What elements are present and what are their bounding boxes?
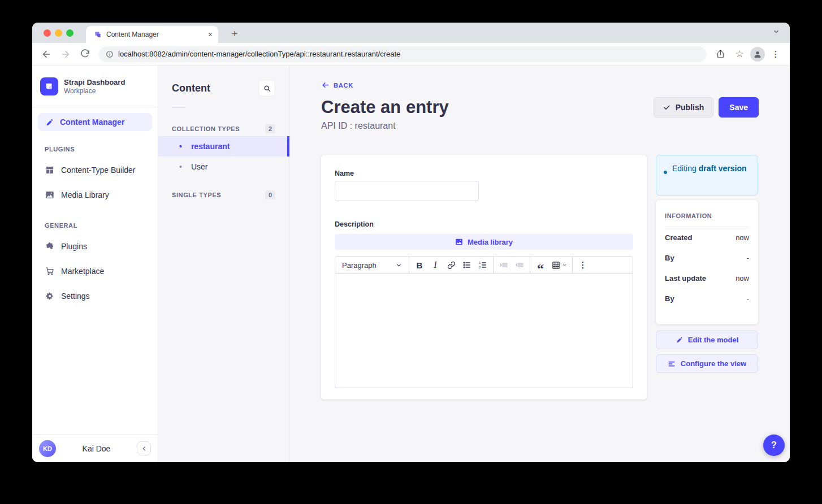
bullet-list-icon[interactable] — [459, 257, 475, 273]
configure-view-button[interactable]: Configure the view — [656, 354, 758, 373]
app-name: Strapi Dashboard — [64, 78, 125, 86]
browser-window: Content Manager × + localhost:8082/admin… — [32, 23, 790, 462]
status-dot-icon — [664, 171, 667, 174]
tab-search-chevron-icon[interactable] — [773, 28, 780, 35]
window-minimize-button[interactable] — [55, 29, 62, 37]
divider — [572, 257, 573, 273]
help-button[interactable]: ? — [763, 435, 785, 456]
tab-title: Content Manager — [106, 31, 204, 38]
workspace-switcher[interactable]: Strapi Dashboard Workplace — [32, 66, 158, 107]
chevron-down-icon — [562, 263, 567, 268]
svg-text:2: 2 — [479, 266, 481, 269]
richtext-toolbar: Paragraph B I 12 — [335, 256, 633, 274]
more-options-kebab-icon[interactable]: ⋮ — [575, 257, 591, 273]
puzzle-icon — [45, 242, 54, 251]
name-field-label: Name — [335, 170, 633, 177]
subnav-item-label: restaurant — [191, 142, 230, 151]
sidebar-footer: KD Kai Doe — [32, 434, 158, 462]
draft-status-box: Editing draft version — [656, 155, 758, 195]
description-field-label: Description — [335, 220, 633, 228]
content-subnav: Content COLLECTION TYPES 2 • restaurant — [158, 66, 289, 462]
plugins-section-header: PLUGINS — [45, 146, 145, 153]
strapi-logo-icon — [40, 77, 58, 95]
sidebar-item-media-library[interactable]: Media Library — [38, 183, 152, 207]
strapi-app: Strapi Dashboard Workplace Content Manag… — [32, 66, 790, 462]
svg-text:1: 1 — [479, 261, 481, 264]
single-types-count-badge: 0 — [265, 190, 275, 199]
bold-button[interactable]: B — [412, 257, 427, 273]
sidebar-item-label: Media Library — [61, 190, 109, 199]
chevron-down-icon — [396, 262, 402, 268]
back-nav-icon[interactable] — [38, 46, 55, 63]
window-close-button[interactable] — [44, 29, 51, 37]
pen-icon — [45, 118, 54, 127]
browser-tab-strip: Content Manager × + — [32, 23, 790, 43]
media-library-icon — [455, 238, 463, 246]
url-bar[interactable]: localhost:8082/admin/content-manager/col… — [99, 46, 706, 62]
sidebar-item-plugins[interactable]: Plugins — [38, 234, 152, 259]
collection-types-header: COLLECTION TYPES 2 — [158, 124, 289, 133]
sidebar-item-marketplace[interactable]: Marketplace — [38, 259, 152, 284]
cart-icon — [45, 267, 54, 276]
table-insert-button[interactable] — [548, 257, 570, 273]
api-id-subtitle: API ID : restaurant — [321, 121, 759, 131]
info-row-updated-by: By- — [665, 288, 749, 309]
publish-button[interactable]: Publish — [654, 97, 714, 118]
outdent-icon — [512, 257, 527, 273]
subnav-item-restaurant[interactable]: • restaurant — [158, 136, 289, 157]
description-editor-area[interactable] — [335, 274, 633, 388]
save-button[interactable]: Save — [719, 97, 759, 118]
reload-icon[interactable] — [76, 46, 93, 63]
pencil-icon — [676, 336, 683, 344]
subnav-item-label: User — [191, 162, 208, 171]
main-sidebar: Strapi Dashboard Workplace Content Manag… — [32, 66, 158, 462]
sidebar-item-content-type-builder[interactable]: Content-Type Builder — [38, 158, 152, 183]
sidebar-collapse-button[interactable] — [137, 441, 151, 455]
general-section-header: GENERAL — [45, 222, 145, 229]
arrow-left-icon — [321, 81, 330, 89]
blockquote-icon[interactable]: “ — [533, 257, 548, 273]
image-icon — [45, 190, 54, 199]
sidebar-item-label: Content-Type Builder — [61, 166, 136, 175]
edit-model-button[interactable]: Edit the model — [656, 331, 758, 349]
sidebar-item-settings[interactable]: Settings — [38, 284, 152, 309]
layout-grid-icon — [45, 166, 54, 175]
user-avatar[interactable]: KD — [39, 440, 56, 457]
back-link[interactable]: BACK — [321, 81, 353, 89]
divider — [530, 257, 530, 273]
search-button[interactable] — [258, 80, 275, 97]
entry-aside: Editing draft version INFORMATION Create… — [656, 155, 758, 399]
single-types-header: SINGLE TYPES 0 — [158, 190, 289, 199]
share-icon[interactable] — [712, 46, 729, 63]
bookmark-star-icon[interactable]: ☆ — [731, 46, 748, 63]
divider — [493, 257, 494, 273]
tab-close-icon[interactable]: × — [208, 31, 213, 38]
subnav-title: Content — [172, 82, 210, 94]
page-title: Create an entry — [321, 97, 449, 118]
user-name: Kai Doe — [56, 444, 137, 453]
media-library-button[interactable]: Media library — [335, 234, 633, 250]
name-input[interactable] — [335, 181, 479, 201]
sidebar-item-content-manager[interactable]: Content Manager — [38, 113, 152, 131]
new-tab-button[interactable]: + — [227, 27, 242, 41]
filter-lines-icon — [668, 360, 676, 368]
forward-nav-icon — [57, 46, 74, 63]
browser-menu-kebab-icon[interactable]: ⋮ — [767, 46, 784, 63]
sidebar-item-label: Marketplace — [61, 267, 104, 276]
link-icon[interactable] — [443, 257, 459, 273]
numbered-list-icon[interactable]: 12 — [475, 257, 491, 273]
info-row-created: Creatednow — [665, 227, 749, 247]
paragraph-style-select[interactable]: Paragraph — [338, 261, 406, 270]
info-row-last-update: Last updatenow — [665, 268, 749, 288]
divider — [409, 257, 409, 273]
site-info-icon[interactable] — [106, 50, 114, 58]
browser-tab[interactable]: Content Manager × — [86, 26, 218, 43]
window-zoom-button[interactable] — [66, 29, 73, 37]
sidebar-item-label: Plugins — [61, 242, 87, 251]
url-text: localhost:8082/admin/content-manager/col… — [118, 50, 400, 58]
browser-profile-avatar[interactable] — [750, 47, 765, 62]
italic-button[interactable]: I — [427, 257, 443, 273]
subnav-item-user[interactable]: • User — [158, 157, 289, 177]
strapi-favicon-icon — [94, 31, 102, 38]
sidebar-item-label: Settings — [61, 292, 90, 301]
